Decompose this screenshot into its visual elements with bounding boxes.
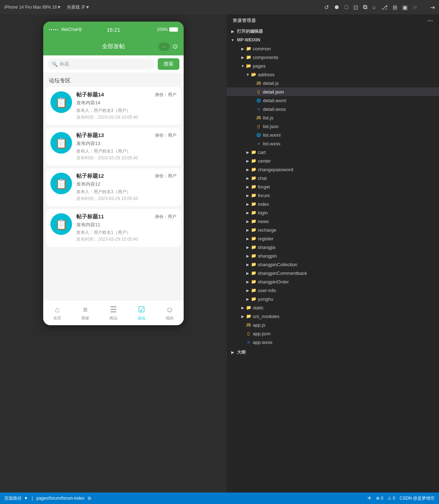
open-editors-arrow [230,28,236,34]
tree-arrow [245,270,251,276]
post-card[interactable]: 📋 帖子标题11 身份：用户 发布内容11 发布人：用户姓名1（用户） 发布时间… [46,209,181,247]
search-button[interactable]: 搜索 [158,58,179,70]
record-icon[interactable]: ⏺ [334,4,340,10]
file-name: detail.wxml [263,98,286,103]
tree-item[interactable]: 📁 static [227,303,439,312]
project-section[interactable]: MP-WEIXIN [227,36,439,44]
cursor-icon[interactable]: ☞ [413,4,418,11]
tree-item[interactable]: {} list.json [227,122,439,131]
post-time: 发布时间：2023-03-29 10:05:40 [76,114,176,121]
tree-container: 📁 common 📁 components 📂 pages 📂 address … [227,44,439,346]
file-name: chat [258,176,267,181]
tree-item[interactable]: JS app.js [227,321,439,329]
tree-item[interactable]: 📁 components [227,53,439,62]
phone-header: 全部发帖 ··· ⊙ [43,37,184,55]
tree-item[interactable]: ≋ app.wxss [227,338,439,346]
post-content: 发布内容12 [76,181,176,187]
tree-item[interactable]: 📁 recharge [227,226,439,234]
outline-label: 大纲 [237,349,246,355]
tree-item[interactable]: 📁 chat [227,174,439,182]
file-name: common [253,46,271,51]
post-card[interactable]: 📋 帖子标题13 身份：用户 发布内容13 发布人：用户姓名1（用户） 发布时间… [46,128,181,165]
tree-item[interactable]: 📂 address [227,70,439,79]
tree-item[interactable]: ≋ list.wxss [227,139,439,148]
open-editors-section[interactable]: 打开的编辑器 [227,27,439,36]
nav-item-shangpin[interactable]: ☰ 商品 [99,305,127,321]
tree-item[interactable]: 📁 register [227,234,439,243]
search-input-wrap[interactable]: 🔍 标题 [48,59,155,69]
tree-item[interactable]: 📂 pages [227,62,439,70]
tree-item[interactable]: 📁 forget [227,182,439,191]
post-title: 帖子标题12 [76,173,104,180]
explorer-header: 资源管理器 ··· [227,14,439,27]
post-card[interactable]: 📋 帖子标题12 身份：用户 发布内容12 发布人：用户姓名3（用户） 发布时间… [46,168,181,206]
grid-icon[interactable]: ⊞ [393,4,397,11]
explorer-menu-button[interactable]: ··· [427,18,433,24]
tree-item[interactable]: 📁 common [227,44,439,53]
page-title: 全部发帖 [102,43,125,50]
warnings-count: ⚠ 0 [388,496,395,501]
copy-path-icon[interactable]: ⧉ [88,496,91,501]
tree-item[interactable]: 📁 forum [227,191,439,200]
exit-icon[interactable]: ⇥ [430,4,435,11]
file-name: yonghu [258,296,273,302]
nav-item-home[interactable]: ⌂ 首页 [43,305,71,321]
tree-item[interactable]: 📁 shangjia [227,243,439,251]
file-icon: 📁 [251,201,256,207]
eye-icon[interactable]: 👁 [367,496,372,501]
camera-button[interactable]: ⊙ [173,42,178,50]
project-arrow [230,37,236,43]
tree-item[interactable]: 📁 cart [227,148,439,156]
tree-arrow [245,175,251,181]
tablet-icon[interactable]: ⊡ [353,4,358,11]
layout-icon[interactable]: ⧉ [363,4,367,11]
file-name: list.json [263,124,278,129]
tree-item[interactable]: 📁 shangpinOrder [227,277,439,286]
nav-item-forum[interactable]: ☑ 论坛 [127,305,156,321]
snapshot-icon[interactable]: ▣ [402,4,408,11]
tree-item[interactable]: 🌐 list.wxml [227,131,439,139]
tree-arrow [240,46,246,51]
tree-item[interactable]: {} detail.json [227,87,439,96]
tree-item[interactable]: 📁 login [227,208,439,217]
nav-item-mine[interactable]: ☺ 我的 [156,305,184,321]
tree-item[interactable]: 📁 changepassword [227,165,439,174]
search-toolbar-icon[interactable]: ⌕ [372,4,376,10]
nav-item-shangjia[interactable]: ≡ 商家 [71,305,99,321]
tree-item[interactable]: JS detail.js [227,79,439,87]
tree-item[interactable]: 📁 user-info [227,286,439,295]
branch-icon[interactable]: ⎇ [381,4,388,11]
post-content: 发布内容14 [76,100,176,106]
tree-item[interactable]: 📁 shangpin [227,251,439,260]
tree-item[interactable]: JS list.js [227,113,439,122]
hot-reload-toggle[interactable]: 热重载 开▼ [67,4,90,10]
phone-content: 论坛专区 📋 帖子标题14 身份：用户 发布内容14 发布人：用户姓名3（用户）… [43,73,184,300]
tree-item[interactable]: 📁 index [227,200,439,208]
file-name: app.wxss [253,340,272,345]
tree-item[interactable]: 🌐 detail.wxml [227,96,439,105]
more-button[interactable]: ··· [158,42,170,51]
reload-icon[interactable]: ↺ [324,4,329,11]
device-selector[interactable]: iPhone 14 Pro Max 89% 16▼ [4,5,61,10]
post-author: 发布人：用户姓名3（用户） [76,189,176,195]
tree-item[interactable]: 📁 center [227,156,439,165]
status-right: 100% [157,27,178,32]
tree-item[interactable]: ≋ detail.wxss [227,105,439,113]
outline-arrow [230,349,236,355]
tree-item[interactable]: {} app.json [227,329,439,338]
phone-icon[interactable]: □ [345,4,348,10]
post-author: 发布人：用户姓名1（用户） [76,230,176,236]
tree-item[interactable]: 📁 uni_modules [227,312,439,321]
tree-arrow [240,305,246,310]
file-name: shangpinOrder [258,279,289,285]
tree-item[interactable]: 📁 shangpinCommentback [227,269,439,277]
tree-item[interactable]: 📁 yonghu [227,295,439,303]
file-icon: 📁 [251,175,256,181]
post-card[interactable]: 📋 帖子标题14 身份：用户 发布内容14 发布人：用户姓名3（用户） 发布时间… [46,87,181,125]
tree-item[interactable]: 📁 news [227,217,439,226]
tree-arrow [245,236,251,241]
tree-item[interactable]: 📁 shangpinCollection [227,260,439,269]
file-icon: JS [246,322,251,328]
bottom-nav: ⌂ 首页 ≡ 商家 ☰ 商品 ☑ 论坛 ☺ 我的 [43,300,184,325]
outline-section[interactable]: 大纲 [227,348,439,357]
